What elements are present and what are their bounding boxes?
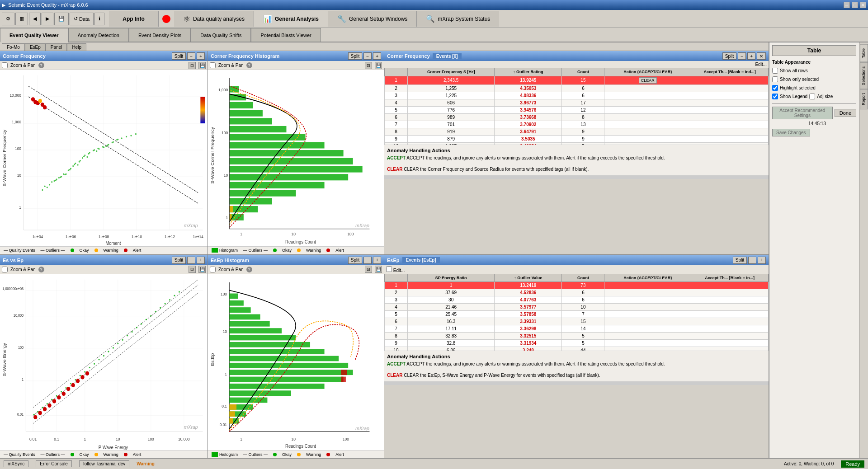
table-row[interactable]: 3 1,225 4.08336 6: [385, 92, 769, 99]
close-btn-tr[interactable]: ✕: [757, 52, 766, 60]
table-row[interactable]: 7 17.11 3.36298 14: [385, 325, 769, 333]
table-scroll-br[interactable]: SP Energy Ratio ↑ Outlier Value Count Ac…: [384, 274, 769, 351]
tab-data-quality-shifts[interactable]: Data Quality Shifts: [191, 28, 251, 42]
cell-action[interactable]: [604, 113, 691, 121]
table-row[interactable]: 9 879 3.5035 9: [385, 135, 769, 142]
done-button[interactable]: Done: [835, 109, 856, 117]
zoom-pan-check-tm[interactable]: [210, 62, 216, 68]
side-tab-report[interactable]: Report: [860, 89, 868, 109]
table-row[interactable]: 4 21.46 3.57977 10: [385, 304, 769, 311]
nav-general-setup[interactable]: 🔧 General Setup Windows: [328, 11, 417, 27]
split-button-bl[interactable]: Split: [172, 257, 186, 264]
close-button[interactable]: ✕: [860, 2, 866, 8]
table-row[interactable]: 10 6.86 3.248 44: [385, 347, 769, 351]
side-tab-selections[interactable]: Selections: [860, 62, 868, 89]
save-img-btn-tm[interactable]: 💾: [375, 62, 382, 69]
error-console-button[interactable]: Error Console: [36, 460, 72, 467]
nav-system-status[interactable]: 🔍 mXrap System Status: [417, 11, 499, 27]
cell-action[interactable]: CLEAR: [604, 76, 691, 84]
cell-action[interactable]: [604, 135, 691, 142]
split-button-tl[interactable]: Split: [172, 52, 186, 60]
split-button-tm[interactable]: Split: [348, 52, 362, 60]
split-button-tr[interactable]: Split: [722, 52, 736, 60]
table-row[interactable]: 1 1 13.2419 73: [385, 282, 769, 289]
layout-button[interactable]: ▦: [15, 13, 28, 25]
back-button[interactable]: ◀: [29, 13, 41, 25]
save-changes-button[interactable]: Save Changes: [772, 129, 810, 136]
minimize-button[interactable]: ─: [844, 2, 850, 8]
minus-button-br[interactable]: −: [748, 257, 756, 264]
minus-button-bm[interactable]: −: [363, 257, 372, 264]
nav-general-analysis[interactable]: 📊 General Analysis: [254, 11, 328, 27]
minus-button-tr[interactable]: −: [738, 52, 746, 60]
table-row[interactable]: 1 2,343.5 13.9245 15 CLEAR: [385, 76, 769, 84]
nav-app-info[interactable]: App Info: [109, 11, 159, 27]
save-img-btn-bm[interactable]: 💾: [375, 266, 382, 273]
zoom-pan-check-bm[interactable]: [210, 267, 216, 272]
table-row[interactable]: 7 701 3.70902 13: [385, 121, 769, 128]
save-img-btn-bl[interactable]: 💾: [198, 266, 206, 273]
split-button-br[interactable]: Split: [733, 257, 747, 264]
plus-button-br[interactable]: +: [758, 257, 766, 264]
highlight-selected-check[interactable]: [772, 85, 778, 91]
minus-button-tl[interactable]: −: [187, 52, 195, 60]
settings-button[interactable]: ⚙: [2, 13, 14, 25]
forward-button[interactable]: ▶: [42, 13, 53, 25]
side-tab-table[interactable]: Table: [860, 44, 868, 62]
maximize-button[interactable]: □: [852, 2, 858, 8]
save-button[interactable]: 💾: [54, 13, 69, 25]
fomc-tab-esep[interactable]: EsEp: [25, 43, 46, 51]
table-row[interactable]: 9 32.8 3.31934 5: [385, 340, 769, 347]
cell-action[interactable]: [604, 128, 691, 135]
restore-btn-tm[interactable]: ⊡: [365, 62, 372, 69]
show-all-rows-check[interactable]: [772, 68, 778, 74]
nav-data-quality[interactable]: ⚛ Data quality analyses: [174, 11, 254, 27]
cell-action[interactable]: [604, 121, 691, 128]
table-row[interactable]: 5 25.45 3.57858 7: [385, 311, 769, 318]
cell-action[interactable]: [604, 99, 691, 106]
edit-check-br[interactable]: [386, 266, 392, 272]
show-legend-check[interactable]: [772, 94, 778, 99]
fomc-tab-help[interactable]: Help: [67, 43, 86, 51]
table-row[interactable]: 6 16.3 3.39331 15: [385, 318, 769, 325]
table-row[interactable]: 8 32.83 3.32515 5: [385, 333, 769, 340]
accept-recommended-button[interactable]: Accept Recommended Settings: [772, 107, 833, 119]
cell-action[interactable]: [604, 106, 691, 113]
split-button-bm[interactable]: Split: [348, 257, 362, 264]
plus-button-tr[interactable]: +: [747, 52, 755, 60]
adj-size-check[interactable]: [809, 94, 815, 99]
table-scroll-tr[interactable]: Corner Frequency S [Hz] ↑ Outlier Rating…: [384, 68, 769, 145]
save-img-btn-tl[interactable]: 💾: [198, 62, 206, 69]
minus-button-tm[interactable]: −: [363, 52, 372, 60]
plus-button-bm[interactable]: +: [373, 257, 381, 264]
h-scrollbar-br[interactable]: [384, 381, 769, 385]
fomc-tab-fo-mo[interactable]: Fo-Mo: [2, 43, 25, 51]
restore-btn-tl[interactable]: ⊡: [189, 62, 196, 69]
restore-btn-bm[interactable]: ⊡: [365, 266, 372, 273]
plus-button-bl[interactable]: +: [197, 257, 205, 264]
table-row[interactable]: 4 606 3.96773 17: [385, 99, 769, 106]
zoom-pan-check-bl[interactable]: [2, 267, 8, 272]
restore-btn-bl[interactable]: ⊡: [189, 266, 196, 273]
h-scrollbar-tr[interactable]: [384, 175, 769, 179]
show-only-selected-check[interactable]: [772, 76, 778, 82]
edit-label-tr[interactable]: Edit...: [755, 62, 767, 67]
plus-button-tl[interactable]: +: [197, 52, 205, 60]
follow-button[interactable]: follow_tasmania_dev: [79, 460, 129, 467]
cell-action[interactable]: [604, 92, 691, 99]
table-row[interactable]: 8 919 3.64791 9: [385, 128, 769, 135]
table-row[interactable]: 6 989 3.73668 8: [385, 113, 769, 121]
tab-anomaly-detection[interactable]: Anomaly Detection: [68, 28, 129, 42]
minus-button-bl[interactable]: −: [187, 257, 195, 264]
table-row[interactable]: 2 37.69 4.52836 6: [385, 289, 769, 296]
table-row[interactable]: 5 776 3.94576 12: [385, 106, 769, 113]
table-row[interactable]: 2 1,255 4.35053 6: [385, 84, 769, 92]
data-button[interactable]: ↺ Data: [70, 13, 94, 25]
table-row[interactable]: 3 30 4.07763 6: [385, 296, 769, 304]
info-button[interactable]: ℹ: [94, 13, 104, 25]
fomc-tab-panel[interactable]: Panel: [46, 43, 67, 51]
mxsync-button[interactable]: mXSync: [4, 460, 28, 467]
tab-event-quality[interactable]: Event Quality Viewer: [0, 28, 68, 42]
tab-event-density[interactable]: Event Density Plots: [129, 28, 191, 42]
plus-button-tm[interactable]: +: [373, 52, 381, 60]
